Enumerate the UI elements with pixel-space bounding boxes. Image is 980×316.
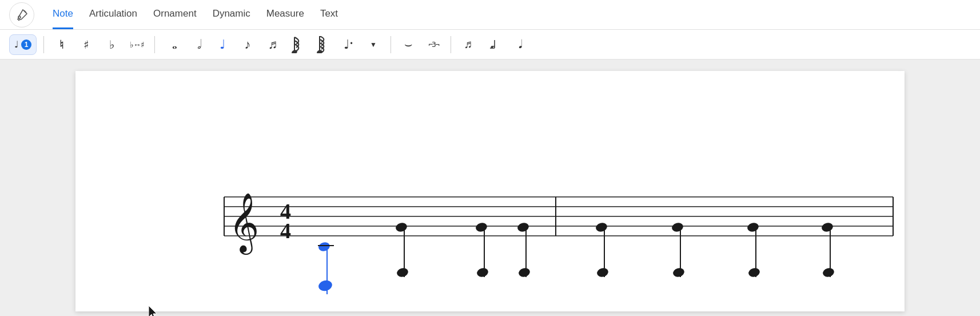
tab-dynamic[interactable]: Dynamic [213,0,250,29]
cross-note-button[interactable] [483,34,504,55]
note-input-badge: 1 [21,40,31,50]
svg-point-31 [476,267,489,278]
tie-button[interactable]: ⌣ [398,34,419,55]
toolbar: ♩ 1 ♮ ♯ ♭ ♭↔♯ 𝅝 𝅗𝅥 ♩ ♪ ♬ [0,30,980,60]
eighth-note-button[interactable]: ♪ [237,34,258,55]
dot-dropdown-button[interactable]: ▼ [363,34,384,55]
sixty-fourth-icon [317,36,329,53]
cross-note-icon [487,38,500,52]
whole-note-button[interactable]: 𝅝 [162,34,182,55]
tab-note[interactable]: Note [53,0,73,29]
guitar-icon [15,8,29,22]
quarter-note-button[interactable]: ♩ [212,34,233,55]
dotted-button[interactable]: ♩• [338,34,358,55]
score-sheet[interactable]: 𝄞 4 4 [75,71,905,311]
tab-text[interactable]: Text [320,0,338,29]
svg-point-40 [672,267,685,278]
sharp-button[interactable]: ♯ [76,34,97,55]
svg-point-43 [747,267,760,278]
svg-point-28 [396,267,409,278]
svg-point-0 [18,16,21,18]
app-icon-button[interactable] [9,2,34,27]
svg-point-23 [317,241,330,252]
flat-button[interactable]: ♭ [101,34,122,55]
natural-button[interactable]: ♮ [51,34,71,55]
music-notation: 𝄞 4 4 [75,71,905,311]
slash-note-button[interactable]: 𝅘𝅥 [508,34,529,55]
svg-point-39 [671,222,684,233]
toggle-accidental-button[interactable]: ♭↔♯ [126,34,148,55]
svg-text:𝄞: 𝄞 [229,193,259,255]
svg-point-37 [596,267,609,278]
svg-point-27 [395,222,408,233]
svg-point-25 [317,279,333,293]
svg-point-36 [595,222,608,233]
svg-point-34 [517,267,531,278]
separator-1 [43,36,44,53]
tab-measure[interactable]: Measure [266,0,304,29]
half-note-button[interactable]: 𝅗𝅥 [187,34,208,55]
main-canvas[interactable]: 𝄞 4 4 [0,60,980,316]
separator-2 [154,36,155,53]
svg-point-30 [475,222,488,233]
separator-3 [391,36,391,53]
thirty-second-button[interactable] [288,34,308,55]
svg-point-46 [822,267,835,278]
tab-articulation[interactable]: Articulation [89,0,137,29]
tab-ornament[interactable]: Ornament [153,0,197,29]
svg-text:4: 4 [280,219,291,243]
beam-button[interactable]: ♬ [458,34,479,55]
sixteenth-note-button[interactable]: ♬ [262,34,283,55]
svg-point-45 [820,222,834,233]
note-input-button[interactable]: ♩ 1 [9,34,37,55]
svg-point-33 [516,222,529,233]
top-nav: Note Articulation Ornament Dynamic Measu… [0,0,980,30]
thirty-second-icon [292,36,304,53]
separator-4 [451,36,451,53]
triplet-button[interactable]: ⌐3¬ [423,34,444,55]
nav-tabs: Note Articulation Ornament Dynamic Measu… [53,0,338,29]
note-input-icon: ♩ [14,39,19,50]
svg-point-42 [746,222,759,233]
sixty-fourth-button[interactable] [313,34,333,55]
